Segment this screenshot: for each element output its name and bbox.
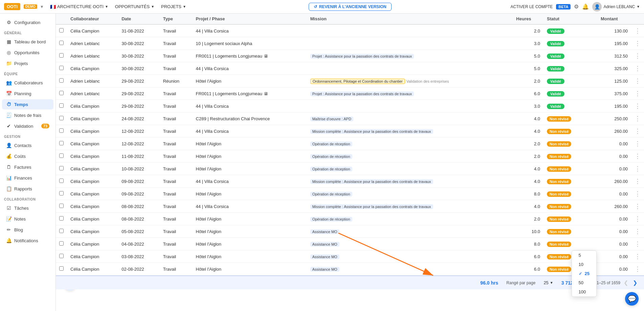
row-actions[interactable]: ⋮ bbox=[631, 125, 644, 138]
row-actions[interactable]: ⋮ bbox=[631, 263, 644, 275]
sidebar-item-notes[interactable]: 📝 Notes bbox=[2, 214, 53, 224]
row-actions[interactable]: ⋮ bbox=[631, 62, 644, 75]
activate-button[interactable]: ACTIVER LE COMPTE bbox=[511, 4, 553, 9]
row-actions[interactable]: ⋮ bbox=[631, 24, 644, 37]
row-actions[interactable]: ⋮ bbox=[631, 150, 644, 163]
sidebar-item-factures[interactable]: 🗒 Factures bbox=[2, 162, 53, 172]
row-actions[interactable]: ⋮ bbox=[631, 87, 644, 100]
sidebar-item-rapports[interactable]: 📋 Rapports bbox=[2, 184, 53, 194]
sidebar-item-couts[interactable]: 💰 Coûts bbox=[2, 151, 53, 161]
row-mission: Projet : Assistance pour la passation de… bbox=[307, 87, 513, 100]
dropdown-option-50[interactable]: 50 bbox=[572, 278, 596, 287]
sidebar-item-blog[interactable]: ✏ Blog bbox=[2, 225, 53, 235]
sidebar-item-contacts[interactable]: 👤 Contacts bbox=[2, 140, 53, 150]
avatar: 👤 bbox=[592, 2, 602, 12]
row-checkbox[interactable] bbox=[56, 112, 67, 125]
row-actions[interactable]: ⋮ bbox=[631, 50, 644, 62]
dropdown-option-5[interactable]: 5 bbox=[572, 251, 596, 260]
row-checkbox[interactable] bbox=[56, 24, 67, 37]
sidebar-item-opportunites[interactable]: ◎ Opportunités bbox=[2, 47, 53, 58]
sidebar-finances-label: Finances bbox=[14, 175, 32, 181]
row-type: Travail bbox=[160, 87, 193, 100]
sidebar-item-validation[interactable]: ✔ Validation 73 bbox=[2, 121, 53, 131]
user-name: Adrien LEBLANC bbox=[603, 4, 635, 9]
rows-per-page[interactable]: 25 ▼ bbox=[543, 280, 553, 285]
row-heures: 2.0 bbox=[513, 213, 543, 225]
row-checkbox[interactable] bbox=[56, 87, 67, 100]
row-montant: 325.00 bbox=[597, 62, 631, 75]
row-actions[interactable]: ⋮ bbox=[631, 188, 644, 200]
dropdown-option-25[interactable]: ✓ 25 bbox=[572, 269, 596, 278]
row-checkbox[interactable] bbox=[56, 138, 67, 150]
row-actions[interactable]: ⋮ bbox=[631, 37, 644, 50]
sidebar-item-notifications[interactable]: 🔔 Notifications bbox=[2, 235, 53, 246]
prev-page-button[interactable]: ❮ bbox=[622, 279, 629, 287]
row-heures: 10.0 bbox=[513, 225, 543, 238]
row-empty bbox=[588, 50, 597, 62]
nav-opportunites[interactable]: OPPORTUNITÉS ▼ bbox=[112, 0, 158, 14]
row-actions[interactable]: ⋮ bbox=[631, 250, 644, 263]
sidebar-item-taches[interactable]: ☑ Tâches bbox=[2, 203, 53, 213]
row-projet: Hôtel l'Aiglon bbox=[193, 163, 307, 175]
dropdown-option-100[interactable]: 100 bbox=[572, 287, 596, 296]
row-projet: FR0011 | Logements Longjumeau 🖥 bbox=[193, 87, 307, 100]
sidebar-item-planning[interactable]: 📅 Planning bbox=[2, 88, 53, 99]
row-projet: 44 | Villa Corsica bbox=[193, 200, 307, 213]
row-actions[interactable]: ⋮ bbox=[631, 163, 644, 175]
sidebar-item-tableau[interactable]: ▦ Tableau de bord bbox=[2, 37, 53, 47]
chat-button[interactable]: 💬 bbox=[625, 292, 639, 306]
row-checkbox[interactable] bbox=[56, 213, 67, 225]
col-mission: Mission bbox=[307, 14, 513, 24]
row-checkbox[interactable] bbox=[56, 175, 67, 188]
taches-icon: ☑ bbox=[6, 205, 12, 211]
row-statut: Validé bbox=[543, 100, 588, 112]
row-checkbox[interactable] bbox=[56, 62, 67, 75]
user-menu[interactable]: 👤 Adrien LEBLANC ▼ bbox=[592, 2, 640, 12]
row-actions[interactable]: ⋮ bbox=[631, 100, 644, 112]
row-statut: Validé bbox=[543, 62, 588, 75]
row-checkbox[interactable] bbox=[56, 263, 67, 275]
row-checkbox[interactable] bbox=[56, 163, 67, 175]
row-actions[interactable]: ⋮ bbox=[631, 75, 644, 87]
row-checkbox[interactable] bbox=[56, 188, 67, 200]
row-actions[interactable]: ⋮ bbox=[631, 200, 644, 213]
row-checkbox[interactable] bbox=[56, 150, 67, 163]
row-checkbox[interactable] bbox=[56, 225, 67, 238]
row-checkbox[interactable] bbox=[56, 75, 67, 87]
sidebar-item-finances[interactable]: 📊 Finances bbox=[2, 173, 53, 183]
row-checkbox[interactable] bbox=[56, 250, 67, 263]
sidebar-item-collaborateurs[interactable]: 👥 Collaborateurs bbox=[2, 78, 53, 88]
table-row: Adrien Leblanc 29-08-2022 Travail FR0011… bbox=[56, 87, 644, 100]
revision-button[interactable]: ↺ REVENIR À L'ANCIENNE VERSION bbox=[309, 3, 392, 11]
row-actions[interactable]: ⋮ bbox=[631, 175, 644, 188]
row-actions[interactable]: ⋮ bbox=[631, 225, 644, 238]
nav-projets[interactable]: PROJETS ▼ bbox=[158, 0, 190, 14]
sidebar-item-temps[interactable]: ⏱ Temps bbox=[2, 99, 53, 109]
sidebar-item-notes-frais[interactable]: 🧾 Notes de frais bbox=[2, 110, 53, 120]
row-checkbox[interactable] bbox=[56, 37, 67, 50]
sidebar-item-configuration[interactable]: ⚙ Configuration bbox=[2, 17, 53, 27]
row-collaborateur: Célia Campion bbox=[67, 200, 118, 213]
sidebar-factures-label: Factures bbox=[14, 165, 31, 170]
sidebar-item-projets[interactable]: 📁 Projets bbox=[2, 58, 53, 68]
row-actions[interactable]: ⋮ bbox=[631, 213, 644, 225]
row-date: 09-08-2022 bbox=[118, 188, 160, 200]
row-actions[interactable]: ⋮ bbox=[631, 238, 644, 250]
row-checkbox[interactable] bbox=[56, 100, 67, 112]
notifications-icon[interactable]: 🔔 bbox=[582, 3, 589, 10]
row-checkbox[interactable] bbox=[56, 50, 67, 62]
nav-architecture[interactable]: 🇫🇷 ARCHITECTURE OOTI ▼ bbox=[47, 0, 112, 14]
next-page-button[interactable]: ❯ bbox=[631, 279, 639, 287]
row-actions[interactable]: ⋮ bbox=[631, 138, 644, 150]
row-checkbox[interactable] bbox=[56, 238, 67, 250]
row-actions[interactable]: ⋮ bbox=[631, 112, 644, 125]
status-badge: Non révisé bbox=[547, 204, 571, 209]
settings-icon[interactable]: ⚙ bbox=[574, 3, 579, 10]
table-row: Célia Campion 11-08-2022 Travail Hôtel l… bbox=[56, 150, 644, 163]
row-checkbox[interactable] bbox=[56, 125, 67, 138]
dropdown-option-10[interactable]: 10 bbox=[572, 260, 596, 269]
row-checkbox[interactable] bbox=[56, 200, 67, 213]
table-row: Célia Campion 09-08-2022 Travail Hôtel l… bbox=[56, 188, 644, 200]
row-montant: 0.00 bbox=[597, 238, 631, 250]
row-type: Travail bbox=[160, 250, 193, 263]
